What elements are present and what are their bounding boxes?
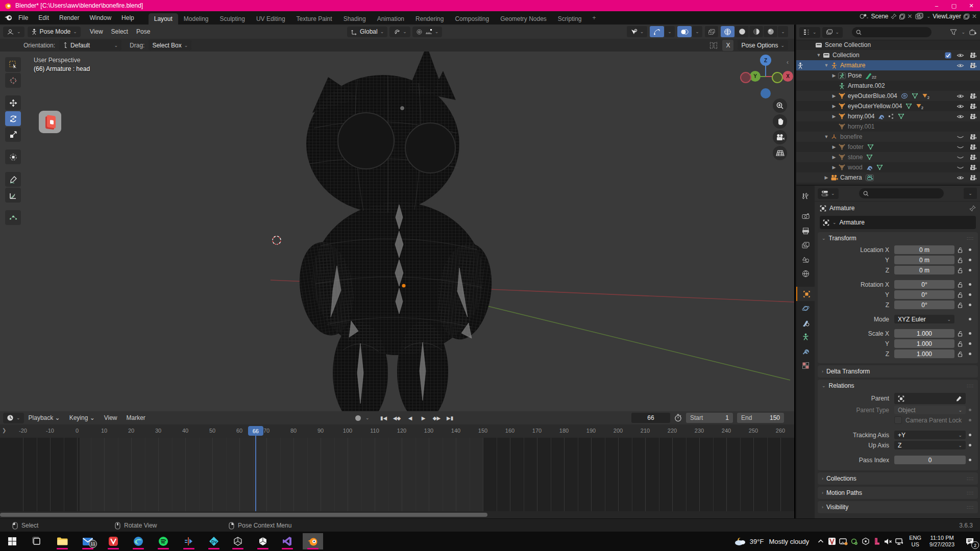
checkbox-row[interactable]: Camera Parent Lock — [894, 416, 966, 424]
workspace-tab-layout[interactable]: Layout — [149, 13, 178, 24]
lock-icon[interactable] — [954, 341, 966, 347]
parent-object-field[interactable] — [894, 393, 966, 404]
transport-jump-start[interactable]: ▮◀ — [378, 412, 390, 423]
menu-render[interactable]: Render — [54, 11, 84, 24]
tray-chevron-up[interactable] — [815, 533, 826, 549]
mirror-x-toggle[interactable]: X — [722, 40, 733, 51]
weather-icon[interactable] — [733, 536, 747, 547]
toggle-grid-button[interactable] — [773, 146, 787, 160]
animate-dot[interactable] — [966, 409, 974, 411]
transport-play-back[interactable]: ◀ — [404, 412, 416, 423]
unlink-scene-icon[interactable]: ✕ — [908, 13, 913, 20]
shading-material-button[interactable] — [749, 26, 763, 37]
animate-dot[interactable] — [966, 444, 974, 446]
tool-rotate[interactable] — [5, 111, 21, 126]
show-gizmo-visibility-dropdown[interactable]: ⌄ — [627, 26, 647, 37]
properties-tab-render[interactable] — [796, 209, 815, 223]
eye-icon[interactable] — [957, 175, 964, 181]
mirror-butterfly-icon[interactable] — [709, 42, 718, 49]
filter-funnel-icon[interactable] — [950, 29, 957, 35]
pin-id-icon[interactable] — [969, 205, 976, 212]
lock-icon[interactable] — [954, 257, 966, 263]
transform-orientation-dropdown[interactable]: Global⌄ — [347, 27, 387, 37]
outliner-display-mode-dropdown[interactable]: ⌄ — [799, 27, 820, 38]
current-frame-field[interactable]: 66 — [631, 413, 670, 423]
eye-icon[interactable] — [957, 114, 964, 119]
disclosure-down[interactable]: ▼ — [823, 63, 830, 68]
animate-dot[interactable] — [966, 259, 974, 261]
expand-channels-chevron[interactable]: ❯ — [2, 428, 6, 433]
animate-dot[interactable] — [966, 434, 974, 436]
auto-key-record-button[interactable] — [351, 412, 364, 423]
properties-tab-modifiers[interactable] — [796, 344, 815, 358]
eye-icon[interactable] — [957, 93, 964, 99]
timeline-menu-view[interactable]: View — [100, 411, 122, 424]
workspace-tab-uv-editing[interactable]: UV Editing — [251, 13, 291, 24]
timeline-menu-playback[interactable]: Playback ⌄ — [24, 411, 65, 424]
use-preview-range-icon[interactable] — [674, 414, 682, 422]
properties-editor-type-dropdown[interactable]: ⌄ — [818, 188, 839, 199]
field-tracking-axis[interactable]: +Y⌄ — [894, 431, 966, 439]
camera-icon[interactable] — [969, 52, 977, 58]
taskbar-start[interactable] — [2, 533, 22, 549]
eye-closed-icon[interactable] — [957, 165, 964, 170]
tool-move[interactable] — [5, 95, 21, 110]
frame-end-field[interactable]: End150 — [737, 413, 784, 423]
weather-temp[interactable]: 39°F — [750, 538, 764, 545]
eye-icon[interactable] — [957, 104, 964, 109]
camera-icon[interactable] — [969, 134, 977, 140]
animate-dot[interactable] — [966, 332, 974, 335]
workspace-tab-compositing[interactable]: Compositing — [449, 13, 495, 24]
taskbar-media-player[interactable] — [179, 533, 199, 549]
tray-volume-muted[interactable] — [883, 533, 894, 549]
menu-window[interactable]: Window — [84, 11, 116, 24]
menu-file[interactable]: File — [13, 11, 33, 24]
shading-rendered-button[interactable] — [764, 26, 777, 37]
new-viewlayer-icon[interactable] — [963, 13, 970, 20]
timeline-editor-type-dropdown[interactable]: ⌄ — [3, 413, 24, 423]
gizmos-dropdown[interactable]: ⌄ — [665, 26, 675, 37]
taskbar-spotify[interactable] — [153, 533, 174, 549]
tool-annotate[interactable] — [5, 172, 21, 187]
proportional-editing-dropdown[interactable]: ⌄ — [412, 27, 443, 37]
breadcrumb-object-name[interactable]: Armature — [829, 205, 854, 212]
panel-motion-paths[interactable]: ›Motion Paths:::: — [818, 487, 978, 499]
properties-tab-tool[interactable] — [796, 189, 815, 203]
disclosure-right[interactable]: ▶ — [830, 73, 838, 78]
properties-tab-scene[interactable] — [796, 252, 815, 266]
tray-network[interactable] — [894, 533, 905, 549]
shading-dropdown[interactable]: ⌄ — [778, 26, 788, 37]
properties-tab-output[interactable] — [796, 223, 815, 238]
properties-tab-view-layer[interactable] — [796, 238, 815, 252]
viewlayer-caret[interactable]: ⌄ — [927, 14, 931, 19]
field-rotation-x[interactable]: 0° — [894, 280, 954, 289]
transform-panel-header[interactable]: ⌄Transform:::: — [818, 232, 978, 244]
taskbar-resolve[interactable]: Dv — [204, 533, 224, 549]
gizmo-minus-x-axis[interactable] — [740, 72, 751, 83]
transport-jump-end[interactable]: ▶▮ — [444, 412, 456, 423]
viewlayer-selector-icon[interactable] — [915, 12, 925, 20]
eye-icon[interactable] — [957, 53, 964, 58]
camera-icon[interactable] — [969, 103, 977, 109]
outliner-search-input[interactable] — [852, 27, 932, 37]
outliner-filter-id-dropdown[interactable]: ⌄ — [822, 27, 843, 38]
field-z[interactable]: 1.000 — [894, 349, 954, 358]
disclosure-right[interactable]: ▶ — [823, 175, 830, 180]
lock-icon[interactable] — [954, 282, 966, 288]
camera-view-button[interactable] — [773, 130, 787, 144]
tray-pink-l[interactable] — [871, 533, 883, 549]
field-z[interactable]: 0° — [894, 300, 954, 309]
outliner-row-footer[interactable]: ▶footer — [796, 142, 980, 152]
editor-type-dropdown[interactable]: ⌄ — [3, 27, 24, 37]
gizmo-minus-y-axis[interactable] — [772, 72, 783, 83]
outliner-row-pose[interactable]: ▶Pose22 — [796, 70, 980, 81]
overlays-dropdown[interactable]: ⌄ — [692, 26, 702, 37]
outliner-row-armature[interactable]: ▼Armature — [796, 60, 980, 70]
field-y[interactable]: 0 m — [894, 256, 954, 264]
animate-dot[interactable] — [966, 342, 974, 345]
shading-solid-button[interactable] — [735, 26, 749, 37]
current-frame-badge[interactable]: 66 — [248, 426, 263, 436]
tool-select-box[interactable] — [5, 57, 21, 72]
pan-view-button[interactable] — [773, 114, 787, 129]
eyedropper-icon[interactable] — [955, 395, 962, 402]
